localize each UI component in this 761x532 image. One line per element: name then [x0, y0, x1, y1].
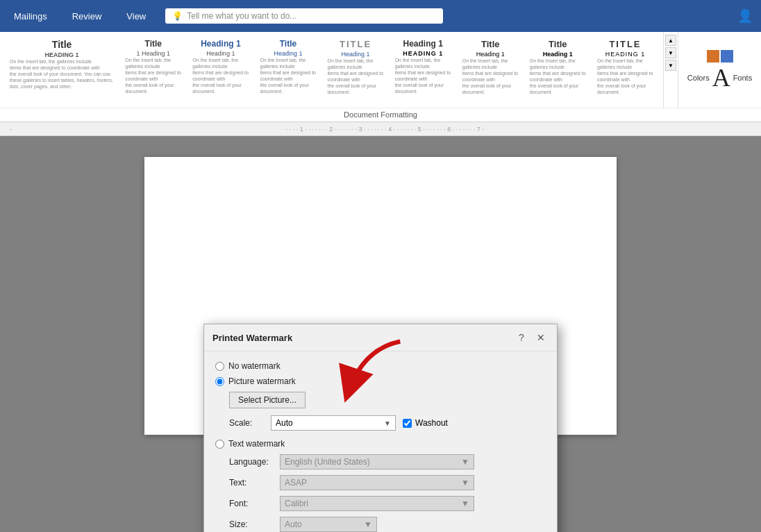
picture-watermark-row: Picture watermark [215, 376, 546, 386]
search-bar[interactable]: 💡 Tell me what you want to do... [165, 8, 443, 24]
scale-value: Auto [276, 418, 293, 428]
no-watermark-radio[interactable] [215, 362, 224, 371]
language-dropdown-arrow: ▼ [461, 457, 469, 467]
size-row: Size: Auto ▼ [229, 517, 546, 532]
tab-mailings[interactable]: Mailings [8, 8, 53, 24]
size-dropdown: Auto ▼ [280, 517, 377, 532]
font-dropdown: Calibri ▼ [280, 496, 474, 511]
washout-checkbox-row: Washout [403, 418, 448, 428]
washout-checkbox[interactable] [403, 419, 412, 428]
text-watermark-section: Language: English (United States) ▼ Text… [215, 454, 546, 532]
select-picture-button[interactable]: Select Picture... [229, 392, 306, 408]
picture-watermark-label[interactable]: Picture watermark [228, 376, 296, 386]
text-watermark-radio[interactable] [215, 440, 224, 449]
style-item-0[interactable]: Title HEADING 1 On the Insert tab, the g… [6, 36, 118, 103]
dialog-title: Printed Watermark [212, 333, 292, 343]
scale-dropdown-arrow: ▼ [384, 419, 391, 427]
style-item-4[interactable]: TITLE Heading 1 On the Insert tab, the g… [324, 36, 388, 103]
scale-dropdown[interactable]: Auto ▼ [271, 415, 396, 431]
style-item-3[interactable]: Title Heading 1 On the Insert tab, the g… [256, 36, 320, 103]
text-label: Text: [229, 478, 274, 488]
washout-label[interactable]: Washout [415, 418, 448, 428]
language-dropdown: English (United States) ▼ [280, 454, 474, 469]
style-item-8[interactable]: TITLE HEADING 1 On the Insert tab, the g… [593, 36, 658, 103]
user-icon: 👤 [737, 8, 753, 24]
colors-label[interactable]: Colors [687, 74, 710, 82]
ribbon: Mailings Review View 💡 Tell me what you … [0, 0, 761, 32]
picture-watermark-radio[interactable] [215, 377, 224, 386]
language-value: English (United States) [285, 457, 370, 467]
dialog-help-button[interactable]: ? [514, 330, 529, 345]
font-dropdown-arrow: ▼ [461, 499, 469, 508]
text-value: ASAP [285, 478, 307, 488]
dialog-content: No watermark Picture watermark Select Pi… [204, 351, 557, 532]
scale-row: Scale: Auto ▼ Washout [215, 415, 546, 431]
search-placeholder: Tell me what you want to do... [187, 11, 296, 21]
text-dropdown-arrow: ▼ [461, 478, 469, 488]
style-item-5[interactable]: Heading 1 HEADING 1 On the Insert tab, t… [391, 36, 455, 103]
dialog-titlebar: Printed Watermark ? ✕ [204, 324, 557, 351]
language-row: Language: English (United States) ▼ [229, 454, 546, 469]
text-row: Text: ASAP ▼ [229, 475, 546, 490]
no-watermark-label[interactable]: No watermark [228, 361, 281, 371]
size-dropdown-arrow: ▼ [364, 519, 372, 529]
ribbon-user-icons: 👤 [737, 8, 753, 24]
text-dropdown: ASAP ▼ [280, 475, 474, 490]
gallery-scroll-down[interactable]: ▼ [665, 47, 676, 58]
text-watermark-label[interactable]: Text watermark [228, 439, 285, 449]
document-formatting-bar: Title HEADING 1 On the Insert tab, the g… [0, 32, 761, 122]
lightbulb-icon: 💡 [172, 11, 183, 21]
style-item-1[interactable]: Title 1 Heading 1 On the Insert tab, the… [121, 36, 185, 103]
doc-formatting-label: Document Formatting [0, 108, 761, 122]
style-gallery: Title HEADING 1 On the Insert tab, the g… [0, 32, 663, 108]
font-letter: A [712, 65, 730, 90]
style-item-7[interactable]: Title Heading 1 On the Insert tab, the g… [526, 36, 590, 103]
font-value: Calibri [285, 499, 308, 508]
colors-fonts-area: Colors A Fonts [678, 32, 761, 108]
gallery-expand[interactable]: ▼ [665, 60, 676, 71]
style-item-6[interactable]: Title Heading 1 On the Insert tab, the g… [458, 36, 523, 103]
color-swatch-orange [707, 50, 719, 63]
text-watermark-row: Text watermark [215, 439, 546, 449]
font-row: Font: Calibri ▼ [229, 496, 546, 511]
gallery-scroll-up[interactable]: ▲ [665, 35, 676, 46]
font-label: Font: [229, 499, 274, 508]
style-item-2[interactable]: Heading 1 Heading 1 On the Insert tab, t… [188, 36, 253, 103]
tab-view[interactable]: View [121, 8, 151, 24]
fonts-label[interactable]: Fonts [733, 74, 753, 82]
size-value: Auto [285, 519, 302, 529]
tab-review[interactable]: Review [67, 8, 108, 24]
document-area: Printed Watermark ? ✕ No watermark Pictu… [0, 136, 761, 532]
dialog-close-button[interactable]: ✕ [533, 330, 549, 345]
ruler: · · · · · 1 · · · · · · · 2 · · · · · · … [0, 122, 761, 136]
scale-label: Scale: [229, 418, 264, 428]
language-label: Language: [229, 457, 274, 467]
size-label: Size: [229, 519, 274, 529]
no-watermark-row: No watermark [215, 361, 546, 371]
color-swatch-blue [721, 50, 733, 63]
printed-watermark-dialog: Printed Watermark ? ✕ No watermark Pictu… [203, 324, 558, 532]
picture-section: Select Picture... [215, 392, 546, 408]
